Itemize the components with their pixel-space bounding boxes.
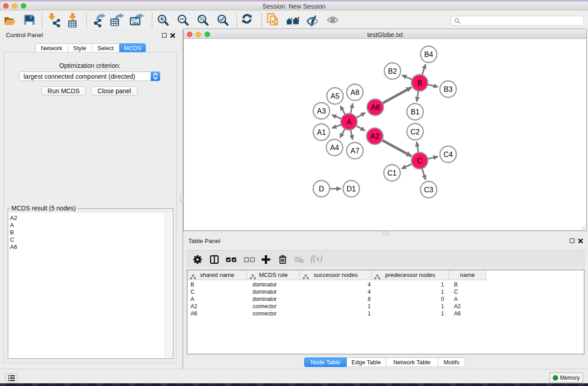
svg-text:A3: A3 bbox=[317, 107, 326, 115]
svg-text:A5: A5 bbox=[330, 92, 339, 100]
svg-text:A6: A6 bbox=[371, 104, 380, 111]
svg-text:A1: A1 bbox=[317, 129, 326, 136]
svg-text:A: A bbox=[347, 118, 352, 126]
svg-text:C3: C3 bbox=[424, 186, 434, 194]
svg-text:B3: B3 bbox=[444, 86, 453, 93]
svg-text:A2: A2 bbox=[370, 133, 379, 140]
svg-text:A8: A8 bbox=[350, 89, 359, 96]
svg-text:B: B bbox=[417, 79, 422, 87]
svg-text:C: C bbox=[417, 157, 422, 165]
svg-text:C4: C4 bbox=[444, 151, 453, 158]
svg-text:B1: B1 bbox=[411, 108, 420, 116]
svg-text:B2: B2 bbox=[388, 67, 397, 75]
svg-text:B4: B4 bbox=[424, 51, 433, 58]
svg-text:C2: C2 bbox=[411, 128, 420, 136]
svg-text:A7: A7 bbox=[350, 147, 359, 155]
svg-text:C1: C1 bbox=[387, 169, 397, 177]
svg-text:D1: D1 bbox=[347, 185, 356, 193]
svg-text:D: D bbox=[319, 185, 324, 193]
svg-text:A4: A4 bbox=[330, 144, 339, 152]
